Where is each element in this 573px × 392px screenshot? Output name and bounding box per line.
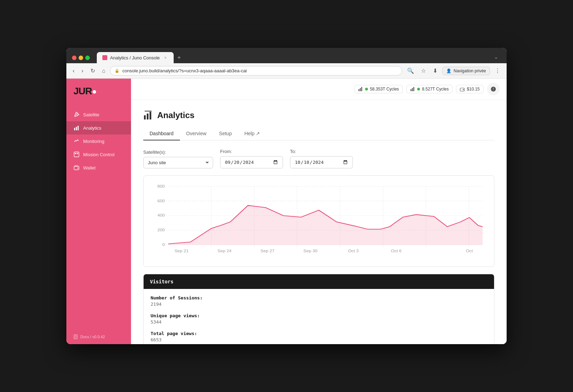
stat-row-unique-views: Unique page views: 5344 — [151, 313, 487, 325]
stats-card-header: Visitors — [144, 274, 494, 289]
tab-bar: Analytics / Juno Console × + — [97, 52, 184, 63]
svg-rect-16 — [413, 87, 414, 91]
stat-label-sessions: Number of Sessions: — [151, 295, 487, 300]
browser-toolbar: ‹ › ↻ ⌂ 🔒 console.juno.build/analytics/?… — [66, 63, 507, 79]
svg-text:Sep 30: Sep 30 — [303, 249, 317, 253]
page-heading: Analytics — [143, 110, 494, 120]
svg-text:Sep 21: Sep 21 — [175, 249, 189, 253]
satellite-filter-group: Satellite(s): Juno site — [143, 150, 213, 168]
private-mode-button[interactable]: 👤 Navigation privée — [442, 67, 490, 75]
sidebar: JUR Satellite — [66, 79, 131, 344]
svg-text:600: 600 — [157, 199, 165, 203]
tab-setup[interactable]: Setup — [213, 127, 238, 140]
monitoring-icon — [73, 138, 80, 144]
badge2-value: 8.527T Cycles — [422, 87, 449, 92]
svg-text:Oct 6: Oct 6 — [391, 249, 401, 253]
stat-label-total-views: Total page views: — [151, 331, 487, 336]
svg-point-9 — [77, 168, 78, 169]
sidebar-item-monitoring[interactable]: Monitoring — [66, 135, 131, 148]
svg-rect-14 — [411, 89, 412, 91]
main-header: 58.353T Cycles 8.527T Cycles — [131, 79, 507, 100]
bookmark-button[interactable]: ☆ — [419, 66, 428, 75]
wallet-badge: $10.15 — [456, 85, 484, 93]
sidebar-logo: JUR — [66, 79, 131, 105]
browser-window: Analytics / Juno Console × + ⌄ ‹ › ↻ ⌂ 🔒… — [66, 48, 507, 344]
cycles-badge-1: 58.353T Cycles — [354, 85, 403, 93]
chart-icon — [358, 87, 363, 92]
stats-card-body: Number of Sessions: 2194 Unique page vie… — [144, 289, 494, 344]
sidebar-item-satellite[interactable]: Satellite — [66, 108, 131, 121]
to-date-input[interactable] — [290, 156, 353, 168]
toolbar-actions: 🔍 ☆ ⬇ 👤 Navigation privée ⋮ — [405, 66, 502, 75]
to-filter-label: To: — [290, 149, 353, 154]
from-date-input[interactable] — [220, 156, 283, 168]
sidebar-item-mission-control[interactable]: Mission Control — [66, 148, 131, 161]
back-button[interactable]: ‹ — [71, 66, 77, 75]
stat-value-unique-views: 5344 — [151, 319, 487, 325]
sidebar-item-label: Wallet — [83, 165, 96, 170]
sidebar-item-label: Analytics — [83, 125, 101, 131]
tab-close-button[interactable]: × — [162, 55, 168, 60]
svg-rect-22 — [147, 114, 148, 119]
control-icon — [73, 151, 80, 158]
window-expand-button[interactable]: ⌄ — [491, 53, 501, 61]
download-button[interactable]: ⬇ — [431, 66, 440, 75]
svg-text:400: 400 — [157, 213, 165, 218]
rocket-icon — [73, 111, 80, 118]
tab-title: Analytics / Juno Console — [110, 55, 160, 60]
svg-rect-4 — [78, 126, 79, 130]
wallet-icon — [73, 165, 80, 171]
svg-point-1 — [77, 114, 78, 115]
svg-rect-6 — [75, 153, 76, 154]
from-filter-group: From: — [220, 149, 283, 168]
footer-text: Docs / v0.0.42 — [80, 335, 105, 339]
close-button[interactable] — [72, 56, 77, 60]
wallet-header-icon — [460, 87, 465, 92]
private-label: Navigation privée — [454, 68, 486, 73]
lock-icon: 🔒 — [115, 68, 119, 73]
svg-rect-0 — [103, 56, 107, 59]
tab-favicon — [102, 55, 107, 60]
bar-chart-icon — [73, 125, 80, 131]
svg-text:Sep 24: Sep 24 — [218, 249, 232, 253]
chart-svg: 800 600 400 200 0 Sep 21 Sep 24 — [151, 183, 487, 260]
analytics-heading-icon — [143, 110, 153, 120]
address-bar[interactable]: 🔒 console.juno.build/analytics/?s=ucnx3-… — [110, 66, 402, 75]
tab-dashboard[interactable]: Dashboard — [143, 127, 180, 140]
svg-rect-21 — [144, 115, 146, 119]
sidebar-item-analytics[interactable]: Analytics — [66, 121, 131, 135]
svg-rect-12 — [360, 88, 361, 91]
browser-titlebar: Analytics / Juno Console × + ⌄ — [66, 48, 507, 63]
active-tab[interactable]: Analytics / Juno Console × — [97, 52, 174, 63]
svg-rect-5 — [74, 152, 79, 157]
notification-button[interactable]: ! — [487, 83, 500, 95]
tab-overview[interactable]: Overview — [180, 127, 213, 140]
sidebar-item-wallet[interactable]: Wallet — [66, 161, 131, 174]
refresh-button[interactable]: ↻ — [88, 66, 97, 75]
svg-rect-11 — [358, 89, 360, 91]
stat-value-total-views: 6653 — [151, 337, 487, 342]
satellite-select[interactable]: Juno site — [143, 157, 213, 168]
svg-text:Oct: Oct — [466, 249, 473, 253]
chart-area: 800 600 400 200 0 Sep 21 Sep 24 — [151, 183, 487, 260]
search-button[interactable]: 🔍 — [405, 66, 416, 75]
browser-chrome: Analytics / Juno Console × + ⌄ ‹ › ↻ ⌂ 🔒… — [66, 48, 507, 79]
main-content: 58.353T Cycles 8.527T Cycles — [131, 79, 507, 344]
filters-row: Satellite(s): Juno site From: To: — [143, 149, 494, 168]
home-button[interactable]: ⌂ — [100, 66, 108, 75]
menu-button[interactable]: ⋮ — [493, 66, 502, 75]
minimize-button[interactable] — [79, 56, 83, 60]
page-body: Analytics Dashboard Overview Setup Help … — [131, 100, 507, 344]
notification-icon: ! — [490, 86, 496, 92]
logo-text: JUR — [73, 86, 96, 97]
svg-text:!: ! — [493, 87, 494, 91]
new-tab-button[interactable]: + — [174, 53, 184, 63]
svg-rect-15 — [412, 88, 413, 91]
forward-button[interactable]: › — [79, 66, 85, 75]
sidebar-item-label: Satellite — [83, 112, 99, 117]
maximize-button[interactable] — [85, 56, 90, 60]
tab-help[interactable]: Help ↗ — [238, 127, 266, 140]
bar-icon — [410, 87, 415, 92]
svg-rect-23 — [150, 112, 151, 119]
stat-label-unique-views: Unique page views: — [151, 313, 487, 318]
